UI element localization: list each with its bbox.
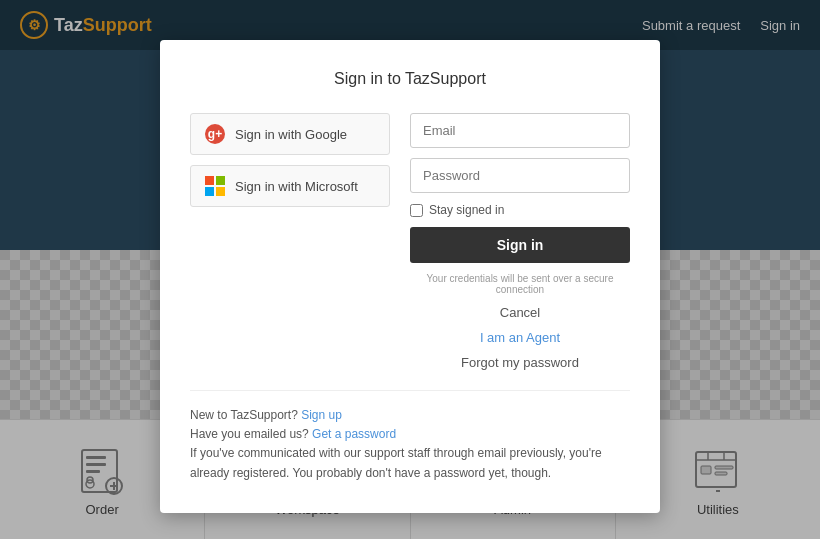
- email-input[interactable]: [410, 113, 630, 148]
- modal-body: g+ Sign in with Google Sign in with Micr…: [190, 113, 630, 370]
- signin-button[interactable]: Sign in: [410, 227, 630, 263]
- agent-link[interactable]: I am an Agent: [410, 330, 630, 345]
- forgot-password-link[interactable]: Forgot my password: [410, 355, 630, 370]
- modal-overlay: Sign in to TazSupport g+ Sign in with Go…: [0, 0, 820, 539]
- password-input[interactable]: [410, 158, 630, 193]
- social-signin-column: g+ Sign in with Google Sign in with Micr…: [190, 113, 390, 370]
- below-form-info: New to TazSupport? Sign up Have you emai…: [190, 390, 630, 483]
- get-password-link[interactable]: Get a password: [312, 427, 396, 441]
- emailed-text: Have you emailed us? Get a password: [190, 425, 630, 444]
- microsoft-signin-button[interactable]: Sign in with Microsoft: [190, 165, 390, 207]
- microsoft-icon: [205, 176, 225, 196]
- description-text: If you've communicated with our support …: [190, 444, 630, 482]
- google-signin-button[interactable]: g+ Sign in with Google: [190, 113, 390, 155]
- new-user-text: New to TazSupport? Sign up: [190, 406, 630, 425]
- sign-up-link[interactable]: Sign up: [301, 408, 342, 422]
- stay-signed-label: Stay signed in: [410, 203, 630, 217]
- microsoft-btn-label: Sign in with Microsoft: [235, 179, 358, 194]
- signin-modal: Sign in to TazSupport g+ Sign in with Go…: [160, 40, 660, 513]
- google-icon: g+: [205, 124, 225, 144]
- modal-title: Sign in to TazSupport: [190, 70, 630, 88]
- cancel-link[interactable]: Cancel: [410, 305, 630, 320]
- google-btn-label: Sign in with Google: [235, 127, 347, 142]
- stay-signed-text: Stay signed in: [429, 203, 504, 217]
- secure-connection-text: Your credentials will be sent over a sec…: [410, 273, 630, 295]
- stay-signed-checkbox[interactable]: [410, 204, 423, 217]
- credentials-form: Stay signed in Sign in Your credentials …: [410, 113, 630, 370]
